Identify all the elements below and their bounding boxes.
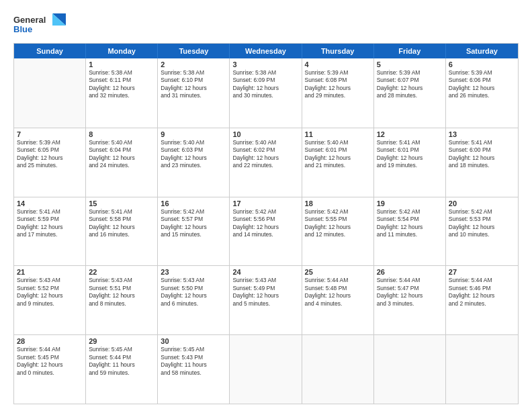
day-number: 13: [449, 130, 515, 138]
day-number: 1: [89, 60, 154, 68]
day-info: Sunrise: 5:42 AM Sunset: 5:56 PM Dayligh…: [232, 208, 298, 239]
calendar-day-25: 25Sunrise: 5:44 AM Sunset: 5:48 PM Dayli…: [302, 266, 374, 334]
day-number: 27: [449, 268, 515, 276]
day-info: Sunrise: 5:43 AM Sunset: 5:52 PM Dayligh…: [17, 277, 83, 308]
day-number: 26: [377, 268, 443, 276]
logo: General Blue: [13, 12, 67, 38]
day-info: Sunrise: 5:40 AM Sunset: 6:02 PM Dayligh…: [232, 139, 298, 170]
calendar-day-18: 18Sunrise: 5:42 AM Sunset: 5:55 PM Dayli…: [302, 197, 374, 266]
svg-text:Blue: Blue: [13, 24, 32, 34]
calendar-day-7: 7Sunrise: 5:39 AM Sunset: 6:05 PM Daylig…: [14, 128, 86, 197]
day-info: Sunrise: 5:40 AM Sunset: 6:04 PM Dayligh…: [89, 139, 154, 170]
day-number: 30: [161, 337, 226, 345]
day-info: Sunrise: 5:38 AM Sunset: 6:09 PM Dayligh…: [232, 69, 298, 100]
day-info: Sunrise: 5:42 AM Sunset: 5:53 PM Dayligh…: [449, 208, 515, 239]
day-number: 12: [377, 130, 443, 138]
day-number: 3: [232, 60, 298, 68]
day-number: 18: [305, 199, 371, 208]
day-info: Sunrise: 5:42 AM Sunset: 5:57 PM Dayligh…: [161, 208, 226, 239]
day-info: Sunrise: 5:45 AM Sunset: 5:44 PM Dayligh…: [89, 346, 154, 377]
day-number: 25: [305, 268, 371, 276]
day-number: 20: [449, 199, 515, 208]
calendar-day-3: 3Sunrise: 5:38 AM Sunset: 6:09 PM Daylig…: [230, 58, 302, 128]
calendar-day-23: 23Sunrise: 5:43 AM Sunset: 5:50 PM Dayli…: [158, 266, 230, 334]
day-info: Sunrise: 5:39 AM Sunset: 6:08 PM Dayligh…: [305, 69, 371, 100]
day-number: 23: [161, 268, 226, 276]
day-number: 11: [305, 130, 371, 138]
calendar-body: 1Sunrise: 5:38 AM Sunset: 6:11 PM Daylig…: [14, 58, 518, 404]
day-info: Sunrise: 5:41 AM Sunset: 5:59 PM Dayligh…: [17, 208, 83, 239]
calendar-day-6: 6Sunrise: 5:39 AM Sunset: 6:06 PM Daylig…: [446, 58, 518, 128]
calendar-day-12: 12Sunrise: 5:41 AM Sunset: 6:01 PM Dayli…: [374, 128, 446, 197]
svg-text:General: General: [13, 15, 46, 25]
weekday-header-saturday: Saturday: [446, 44, 518, 58]
day-info: Sunrise: 5:43 AM Sunset: 5:50 PM Dayligh…: [161, 277, 226, 308]
day-info: Sunrise: 5:45 AM Sunset: 5:43 PM Dayligh…: [161, 346, 226, 377]
weekday-header-wednesday: Wednesday: [230, 44, 302, 58]
calendar-day-1: 1Sunrise: 5:38 AM Sunset: 6:11 PM Daylig…: [86, 58, 158, 128]
day-info: Sunrise: 5:44 AM Sunset: 5:46 PM Dayligh…: [449, 277, 515, 308]
day-info: Sunrise: 5:41 AM Sunset: 6:00 PM Dayligh…: [449, 139, 515, 170]
calendar-empty-cell: [302, 335, 374, 404]
calendar: SundayMondayTuesdayWednesdayThursdayFrid…: [13, 43, 519, 404]
page-header: General Blue: [13, 12, 519, 38]
day-number: 22: [89, 268, 154, 276]
day-number: 19: [377, 199, 443, 208]
calendar-day-9: 9Sunrise: 5:40 AM Sunset: 6:03 PM Daylig…: [158, 128, 230, 197]
day-info: Sunrise: 5:44 AM Sunset: 5:45 PM Dayligh…: [17, 346, 83, 377]
day-number: 24: [232, 268, 298, 276]
day-info: Sunrise: 5:43 AM Sunset: 5:49 PM Dayligh…: [232, 277, 298, 308]
calendar-day-29: 29Sunrise: 5:45 AM Sunset: 5:44 PM Dayli…: [86, 335, 158, 404]
day-info: Sunrise: 5:39 AM Sunset: 6:07 PM Dayligh…: [377, 69, 443, 100]
day-info: Sunrise: 5:44 AM Sunset: 5:47 PM Dayligh…: [377, 277, 443, 308]
logo-svg: General Blue: [13, 12, 67, 38]
calendar-day-14: 14Sunrise: 5:41 AM Sunset: 5:59 PM Dayli…: [14, 197, 86, 266]
day-info: Sunrise: 5:43 AM Sunset: 5:51 PM Dayligh…: [89, 277, 154, 308]
day-number: 2: [161, 60, 226, 68]
weekday-header-friday: Friday: [374, 44, 446, 58]
calendar-empty-cell: [446, 335, 518, 404]
day-info: Sunrise: 5:42 AM Sunset: 5:55 PM Dayligh…: [305, 208, 371, 239]
calendar-day-26: 26Sunrise: 5:44 AM Sunset: 5:47 PM Dayli…: [374, 266, 446, 334]
day-number: 14: [17, 199, 83, 208]
weekday-header-tuesday: Tuesday: [158, 44, 230, 58]
day-number: 17: [232, 199, 298, 208]
calendar-day-28: 28Sunrise: 5:44 AM Sunset: 5:45 PM Dayli…: [14, 335, 86, 404]
calendar-week-1: 1Sunrise: 5:38 AM Sunset: 6:11 PM Daylig…: [14, 58, 518, 128]
day-number: 28: [17, 337, 83, 345]
weekday-header-thursday: Thursday: [302, 44, 374, 58]
calendar-day-13: 13Sunrise: 5:41 AM Sunset: 6:00 PM Dayli…: [446, 128, 518, 197]
calendar-day-5: 5Sunrise: 5:39 AM Sunset: 6:07 PM Daylig…: [374, 58, 446, 128]
day-number: 10: [232, 130, 298, 138]
day-number: 9: [161, 130, 226, 138]
day-info: Sunrise: 5:39 AM Sunset: 6:06 PM Dayligh…: [449, 69, 515, 100]
day-info: Sunrise: 5:41 AM Sunset: 5:58 PM Dayligh…: [89, 208, 154, 239]
day-number: 16: [161, 199, 226, 208]
day-info: Sunrise: 5:41 AM Sunset: 6:01 PM Dayligh…: [377, 139, 443, 170]
calendar-week-5: 28Sunrise: 5:44 AM Sunset: 5:45 PM Dayli…: [14, 334, 518, 404]
calendar-day-11: 11Sunrise: 5:40 AM Sunset: 6:01 PM Dayli…: [302, 128, 374, 197]
calendar-day-22: 22Sunrise: 5:43 AM Sunset: 5:51 PM Dayli…: [86, 266, 158, 334]
weekday-header-sunday: Sunday: [14, 44, 86, 58]
day-info: Sunrise: 5:38 AM Sunset: 6:10 PM Dayligh…: [161, 69, 226, 100]
calendar-empty-cell: [374, 335, 446, 404]
day-number: 6: [449, 60, 515, 68]
day-number: 7: [17, 130, 83, 138]
calendar-day-30: 30Sunrise: 5:45 AM Sunset: 5:43 PM Dayli…: [158, 335, 230, 404]
day-info: Sunrise: 5:38 AM Sunset: 6:11 PM Dayligh…: [89, 69, 154, 100]
weekday-header-monday: Monday: [86, 44, 158, 58]
calendar-day-20: 20Sunrise: 5:42 AM Sunset: 5:53 PM Dayli…: [446, 197, 518, 266]
day-number: 21: [17, 268, 83, 276]
calendar-day-10: 10Sunrise: 5:40 AM Sunset: 6:02 PM Dayli…: [230, 128, 302, 197]
day-info: Sunrise: 5:40 AM Sunset: 6:01 PM Dayligh…: [305, 139, 371, 170]
calendar-day-17: 17Sunrise: 5:42 AM Sunset: 5:56 PM Dayli…: [230, 197, 302, 266]
day-info: Sunrise: 5:42 AM Sunset: 5:54 PM Dayligh…: [377, 208, 443, 239]
calendar-empty-cell: [230, 335, 302, 404]
day-number: 5: [377, 60, 443, 68]
calendar-day-21: 21Sunrise: 5:43 AM Sunset: 5:52 PM Dayli…: [14, 266, 86, 334]
calendar-empty-cell: [14, 58, 86, 128]
day-number: 29: [89, 337, 154, 345]
calendar-week-2: 7Sunrise: 5:39 AM Sunset: 6:05 PM Daylig…: [14, 128, 518, 197]
calendar-day-8: 8Sunrise: 5:40 AM Sunset: 6:04 PM Daylig…: [86, 128, 158, 197]
calendar-day-2: 2Sunrise: 5:38 AM Sunset: 6:10 PM Daylig…: [158, 58, 230, 128]
